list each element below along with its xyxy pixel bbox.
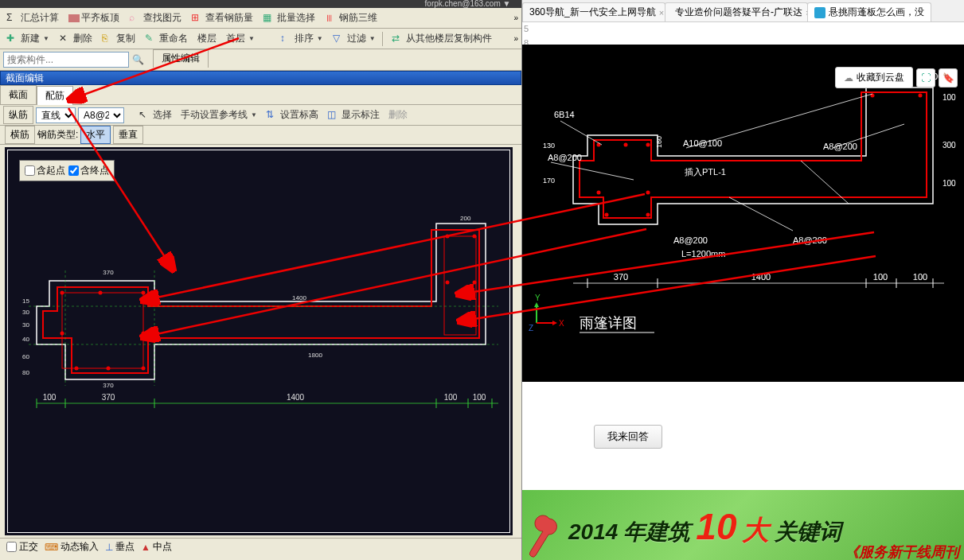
rebar-spec-select[interactable]: A8@200 bbox=[78, 107, 124, 123]
close-icon[interactable]: × bbox=[659, 8, 664, 18]
browser-tab-2[interactable]: 悬挑雨蓬板怎么画，没 bbox=[807, 2, 931, 21]
svg-point-49 bbox=[919, 94, 923, 98]
del-label: 删除 bbox=[73, 32, 92, 45]
include-end-check[interactable]: 含终点 bbox=[68, 164, 109, 177]
perp-snap-button[interactable]: ⊥垂点 bbox=[105, 540, 135, 554]
horiz-toggle[interactable]: 水平 bbox=[80, 126, 111, 144]
svg-text:100: 100 bbox=[943, 93, 956, 102]
svg-text:6B14: 6B14 bbox=[554, 110, 575, 119]
svg-point-42 bbox=[624, 143, 628, 147]
rebar-view-button[interactable]: ⊞查看钢筋量 bbox=[188, 10, 256, 26]
cursor-icon: ↖ bbox=[139, 109, 151, 122]
caret-icon: ▼ bbox=[43, 35, 49, 42]
copy-from-floor-button[interactable]: ⇄从其他楼层复制构件 bbox=[388, 30, 495, 47]
copyfrom-icon: ⇄ bbox=[392, 33, 404, 45]
svg-text:插入PTL-1: 插入PTL-1 bbox=[685, 167, 726, 177]
svg-point-9 bbox=[142, 367, 146, 371]
delete-button[interactable]: ✕删除 bbox=[56, 30, 96, 47]
svg-point-11 bbox=[473, 235, 477, 239]
chevron-more-icon[interactable]: » bbox=[513, 14, 518, 22]
browser-tab-1[interactable]: 专业造价问题答疑平台-广联达× bbox=[665, 2, 808, 21]
search-input[interactable] bbox=[3, 52, 129, 68]
rebar-3d-button[interactable]: ⫼钢筋三维 bbox=[322, 10, 381, 26]
svg-line-54 bbox=[729, 197, 793, 231]
floor-label: 楼层 bbox=[194, 30, 220, 47]
start-checkbox[interactable] bbox=[25, 165, 35, 176]
svg-rect-1 bbox=[444, 236, 476, 335]
svg-text:1400: 1400 bbox=[751, 272, 771, 282]
select-tool-button[interactable]: ↖选择 bbox=[135, 107, 175, 123]
ad-banner[interactable]: 2014 年建筑 10 大 关键词 《服务新干线周刊 bbox=[522, 490, 964, 560]
vert-toggle[interactable]: 垂直 bbox=[113, 126, 143, 144]
chevron-more-icon[interactable]: » bbox=[513, 34, 518, 43]
sum-calc-button[interactable]: Σ汇总计算 bbox=[3, 10, 62, 26]
svg-text:200: 200 bbox=[460, 215, 471, 222]
ortho-toggle[interactable]: 正交 bbox=[6, 540, 38, 554]
batch-label: 批量选择 bbox=[277, 11, 315, 25]
svg-text:100: 100 bbox=[43, 393, 57, 402]
manual-refline-button[interactable]: 手动设置参考线▼ bbox=[178, 107, 260, 123]
dynamic-input-button[interactable]: ⌨动态输入 bbox=[45, 540, 99, 554]
batch-select-button[interactable]: ▦批量选择 bbox=[260, 10, 318, 26]
svg-point-12 bbox=[446, 281, 450, 285]
search-row: 🔍 bbox=[0, 49, 521, 71]
flat-icon bbox=[68, 14, 80, 22]
delete-rebar-button[interactable]: 删除 bbox=[385, 107, 411, 123]
search-icon: 🔍 bbox=[132, 54, 144, 65]
expand-button[interactable]: ⛶ bbox=[916, 68, 935, 88]
subtab-bar: 截面 配筋 bbox=[0, 85, 521, 105]
filter-icon: ▽ bbox=[333, 33, 345, 45]
search-button[interactable]: 🔍 bbox=[131, 52, 145, 67]
svg-text:100: 100 bbox=[473, 393, 486, 402]
reply-button[interactable]: 我来回答 bbox=[594, 425, 662, 449]
find-icon: ⌕ bbox=[129, 12, 142, 25]
include-start-check[interactable]: 含起点 bbox=[25, 164, 65, 177]
sigma-icon: Σ bbox=[6, 12, 19, 25]
save-cloud-button[interactable]: ☁收藏到云盘 bbox=[835, 67, 913, 88]
wrench-icon bbox=[525, 512, 562, 560]
svg-text:100: 100 bbox=[873, 272, 888, 282]
lineno-5: 5 bbox=[524, 24, 529, 33]
tab-section[interactable]: 截面 bbox=[0, 85, 37, 104]
set-elevation-button[interactable]: ⇅设置标高 bbox=[263, 107, 322, 123]
drawing-viewport[interactable]: 含起点 含终点 bbox=[5, 147, 513, 535]
copy-button[interactable]: ⎘复制 bbox=[99, 30, 139, 47]
filter-button[interactable]: ▽过滤▼ bbox=[330, 30, 379, 47]
browser-tab-0[interactable]: 360导航_新一代安全上网导航× bbox=[522, 2, 665, 21]
flat-top-button[interactable]: 平齐板顶 bbox=[65, 10, 123, 26]
show-label-button[interactable]: ◫显示标注 bbox=[324, 107, 383, 123]
end-checkbox[interactable] bbox=[68, 165, 79, 176]
section-drawing: 100 370 1400 100 100 370 370 1400 1800 2… bbox=[5, 147, 513, 535]
trans-rebar-toggle[interactable]: 横筋 bbox=[5, 126, 35, 144]
mid-icon: ▲ bbox=[141, 542, 150, 553]
delete-icon: ✕ bbox=[59, 33, 72, 45]
caret-icon: ▼ bbox=[248, 35, 255, 42]
svg-line-50 bbox=[560, 121, 602, 145]
perp-icon: ⊥ bbox=[105, 542, 113, 553]
copy-label: 复制 bbox=[116, 32, 135, 45]
svg-text:15: 15 bbox=[22, 298, 29, 305]
page-content: 5 8 ☁收藏到云盘 ⛶ 🔖 bbox=[522, 22, 964, 560]
svg-text:X: X bbox=[559, 319, 564, 328]
svg-text:370: 370 bbox=[103, 269, 114, 276]
svg-text:100: 100 bbox=[444, 393, 458, 402]
property-edit-tab[interactable]: 属性编辑 bbox=[153, 49, 209, 68]
rename-button[interactable]: ✎重命名 bbox=[142, 30, 191, 47]
svg-text:Y: Y bbox=[535, 294, 541, 302]
long-rebar-toggle[interactable]: 纵筋 bbox=[3, 106, 33, 124]
tab-rebar[interactable]: 配筋 bbox=[37, 86, 73, 105]
canopy-detail-image: 6B14 A8@200 A10@100 插入PTL-1 A8@200 A8@20… bbox=[522, 45, 964, 382]
floor-select[interactable]: 首层▼ bbox=[223, 30, 258, 47]
new-button[interactable]: ✚新建▼ bbox=[3, 30, 53, 47]
svg-text:1400: 1400 bbox=[292, 294, 306, 301]
svg-text:A8@200: A8@200 bbox=[823, 142, 857, 151]
svg-text:170: 170 bbox=[543, 177, 555, 185]
find-map-button[interactable]: ⌕查找图元 bbox=[126, 10, 185, 26]
bookmark-button[interactable]: 🔖 bbox=[939, 68, 958, 88]
midpoint-snap-button[interactable]: ▲中点 bbox=[141, 540, 172, 554]
section-edit-titlebar: 截面编辑 bbox=[0, 71, 521, 85]
svg-point-2 bbox=[60, 291, 64, 295]
sort-button[interactable]: ↕排序▼ bbox=[277, 30, 326, 47]
line-type-select[interactable]: 直线 bbox=[36, 107, 76, 123]
sum-label: 汇总计算 bbox=[21, 11, 59, 25]
